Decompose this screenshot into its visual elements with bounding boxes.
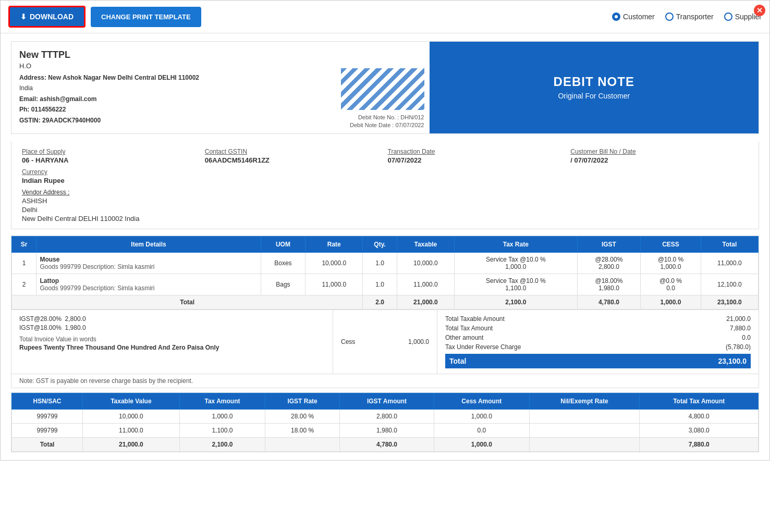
- igst-28-line: IGST@28.00% 2,800.0: [19, 315, 325, 323]
- cell-taxable-2: 11,000.0: [397, 274, 454, 295]
- close-button[interactable]: ✕: [754, 5, 765, 16]
- address-label: Address:: [19, 74, 46, 81]
- hsn-row2-taxable: 11,000.0: [83, 423, 180, 437]
- invoice-right: DEBIT NOTE Original For Customer: [430, 42, 759, 133]
- vendor-section: Vendor Address : ASHISH Delhi New Delhi …: [22, 189, 748, 222]
- col-sr: Sr: [12, 236, 36, 252]
- debit-note-title: DEBIT NOTE: [554, 75, 634, 89]
- vendor-city: Delhi: [22, 206, 748, 214]
- cell-taxable-1: 10,000.0: [397, 252, 454, 274]
- change-print-template-button[interactable]: CHANGE PRINT TEMPLATE: [91, 7, 201, 27]
- radio-customer[interactable]: [612, 13, 620, 21]
- email-value: ashish@gmail.com: [40, 95, 96, 103]
- igst-18-line: IGST@18.00% 1,980.0: [19, 324, 325, 331]
- ph-label: Ph:: [19, 106, 29, 113]
- currency-value: Indian Rupee: [22, 177, 748, 184]
- hsn-total-igst-rate: [265, 437, 340, 451]
- cell-taxrate-1: Service Tax @10.0 % 1,000.0: [455, 252, 578, 274]
- summary-section: IGST@28.00% 2,800.0 IGST@18.00% 1,980.0 …: [11, 310, 759, 374]
- cell-taxrate-2: Service Tax @10.0 % 1,100.0: [455, 274, 578, 295]
- list-item: 999799 10,000.0 1,000.0 28.00 % 2,800.0 …: [12, 409, 759, 423]
- col-qty: Qty.: [363, 236, 397, 252]
- hsn-total-tax-amount: 2,100.0: [179, 437, 265, 451]
- tax-reverse-label: Tax Under Reverse Charge: [445, 343, 521, 351]
- vendor-address: New Delhi Central DELHI 110002 India: [22, 215, 748, 222]
- hsn-total-label: Total: [12, 437, 83, 451]
- cell-total-taxrate: 2,100.0: [455, 295, 578, 309]
- cell-total-igst: 4,780.0: [577, 295, 641, 309]
- total-taxable-row: Total Taxable Amount 21,000.0: [445, 315, 751, 323]
- final-total-label: Total: [449, 357, 466, 365]
- place-of-supply-value: 06 - HARYANA: [22, 156, 200, 164]
- final-total-row: Total 23,100.0: [445, 354, 751, 368]
- hsn-table: HSN/SAC Taxable Value Tax Amount IGST Ra…: [11, 393, 759, 452]
- cell-total-label: Total: [12, 295, 363, 309]
- radio-transporter[interactable]: [665, 13, 674, 21]
- country: India: [19, 83, 328, 93]
- hsn-row2-nil-exempt: [529, 423, 640, 437]
- main-container: ✕ DOWNLOAD CHANGE PRINT TEMPLATE Custome…: [0, 0, 770, 461]
- cell-qty-2: 1.0: [363, 274, 397, 295]
- note-section: Note: GST is payable on reverse charge b…: [11, 374, 759, 388]
- items-table-body: 1 Mouse Goods 999799 Description: Simla …: [12, 252, 759, 309]
- hsn-row1-igst-rate: 28.00 %: [265, 409, 340, 423]
- toolbar-right: Customer Transporter Supplier: [612, 13, 762, 21]
- email-label: Email:: [19, 95, 38, 103]
- col-igst: IGST: [577, 236, 641, 252]
- cell-igst-2: @18.00% 1,980.0: [577, 274, 641, 295]
- radio-customer-group[interactable]: Customer: [612, 13, 655, 21]
- toolbar: DOWNLOAD CHANGE PRINT TEMPLATE Customer …: [1, 1, 769, 33]
- hsn-col-igst-amount: IGST Amount: [339, 393, 434, 409]
- hsn-row1-tax-amount: 1,000.0: [179, 409, 265, 423]
- invoice-words: Total Invoice Value in words Rupees Twen…: [19, 336, 325, 351]
- items-table-header: Sr Item Details UOM Rate Qty. Taxable Ta…: [12, 236, 759, 252]
- summary-right: Total Taxable Amount 21,000.0 Total Tax …: [437, 310, 759, 374]
- invoice-words-value: Rupees Twenty Three Thousand One Hundred…: [19, 344, 325, 351]
- radio-transporter-label[interactable]: Transporter: [676, 13, 714, 21]
- cess-label: Cess: [341, 338, 355, 345]
- debit-note-number: Debit Note No. : DHN/012: [358, 114, 424, 120]
- items-table-wrapper: Sr Item Details UOM Rate Qty. Taxable Ta…: [11, 236, 759, 310]
- hsn-col-taxable: Taxable Value: [83, 393, 180, 409]
- cell-cess-2: @0.0 % 0.0: [641, 274, 701, 295]
- contact-gstin-value: 06AADCM5146R1ZZ: [205, 156, 383, 164]
- cell-sr-1: 1: [12, 252, 36, 274]
- col-cess: CESS: [641, 236, 701, 252]
- hsn-row1-nil-exempt: [529, 409, 640, 423]
- stripe-graphic: [341, 68, 424, 110]
- customer-bill-value: / 07/07/2022: [570, 156, 748, 164]
- other-amount-row: Other amount 0.0: [445, 334, 751, 341]
- place-of-supply-label: Place of Supply: [22, 148, 200, 155]
- radio-customer-label[interactable]: Customer: [623, 13, 655, 21]
- field-customer-bill: Customer Bill No / Date / 07/07/2022: [570, 148, 748, 164]
- cell-total-qty: 2.0: [363, 295, 397, 309]
- invoice-header: New TTTPL H.O Address: New Ashok Nagar N…: [11, 41, 759, 134]
- cell-uom-2: Bags: [261, 274, 305, 295]
- final-total-value: 23,100.0: [718, 357, 747, 365]
- transaction-date-label: Transaction Date: [388, 148, 566, 155]
- invoice-center: Debit Note No. : DHN/012 Debit Note Date…: [336, 42, 430, 133]
- cell-uom-1: Boxes: [261, 252, 305, 274]
- cell-igst-1: @28.00% 2,800.0: [577, 252, 641, 274]
- total-tax-label: Total Tax Amount: [445, 325, 493, 332]
- hsn-row2-cess-amount: 0.0: [434, 423, 529, 437]
- total-tax-value: 7,880.0: [730, 325, 751, 332]
- radio-transporter-group[interactable]: Transporter: [665, 13, 714, 21]
- hsn-col-tax-amount: Tax Amount: [179, 393, 265, 409]
- hsn-col-cess-amount: Cess Amount: [434, 393, 529, 409]
- cell-total-1: 11,000.0: [701, 252, 758, 274]
- radio-supplier[interactable]: [724, 13, 732, 21]
- hsn-row2-igst-rate: 18.00 %: [265, 423, 340, 437]
- other-amount-value: 0.0: [742, 334, 751, 341]
- cell-total-cess: 1,000.0: [641, 295, 701, 309]
- download-button[interactable]: DOWNLOAD: [8, 6, 85, 28]
- cess-value: 1,000.0: [408, 338, 429, 345]
- fields-section: Place of Supply 06 - HARYANA Contact GST…: [11, 142, 759, 229]
- col-item-details: Item Details: [36, 236, 261, 252]
- hsn-row2-hsn: 999799: [12, 423, 83, 437]
- hsn-row1-cess-amount: 1,000.0: [434, 409, 529, 423]
- total-taxable-value: 21,000.0: [726, 315, 751, 323]
- list-item: 999799 11,000.0 1,100.0 18.00 % 1,980.0 …: [12, 423, 759, 437]
- ho-label: H.O: [19, 62, 328, 70]
- hsn-row1-taxable: 10,000.0: [83, 409, 180, 423]
